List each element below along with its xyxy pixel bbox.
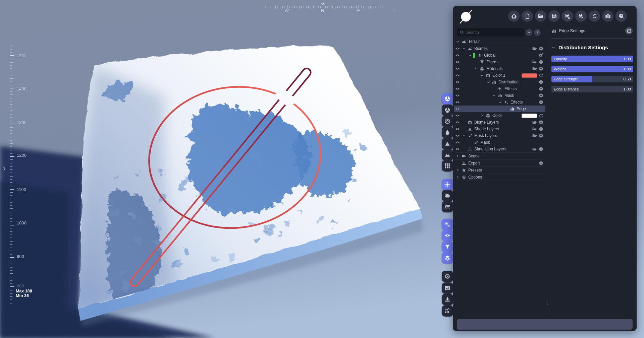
visibility-toggle[interactable] — [454, 133, 461, 138]
plus-button[interactable] — [539, 86, 543, 91]
screenshot-button[interactable] — [602, 10, 613, 22]
gears-button[interactable] — [442, 219, 453, 230]
visibility-toggle[interactable] — [454, 73, 461, 78]
folder-button[interactable] — [532, 46, 537, 51]
expand-panel-handle[interactable] — [2, 166, 7, 173]
plus-button[interactable] — [539, 120, 543, 125]
panel-resize-handle[interactable] — [452, 300, 456, 308]
tree-row-color-1[interactable]: Color 1 — [454, 72, 545, 79]
slider-edge-strength[interactable]: Edge Strength0.50 — [551, 76, 633, 82]
color-swatch[interactable] — [522, 114, 537, 118]
visibility-toggle[interactable] — [454, 147, 461, 151]
water-button[interactable] — [442, 127, 453, 138]
tree-row-filters[interactable]: Filters — [454, 59, 545, 65]
slider-opacity[interactable]: Opacity1.00 — [551, 56, 633, 62]
layers-button[interactable] — [442, 252, 453, 264]
tree-row-options[interactable]: Options — [454, 174, 545, 181]
folder-button[interactable] — [532, 147, 537, 151]
grid-button[interactable] — [442, 160, 453, 172]
visibility-toggle[interactable] — [454, 100, 461, 105]
color-swatch[interactable] — [522, 73, 537, 78]
visibility-toggle[interactable] — [454, 60, 461, 64]
app-logo-icon[interactable] — [458, 9, 474, 25]
biome-solid-button[interactable] — [442, 93, 453, 105]
visibility-toggle[interactable] — [454, 66, 461, 71]
expand-toggle[interactable] — [485, 80, 491, 84]
plus-button[interactable] — [539, 46, 543, 51]
download-button[interactable] — [442, 294, 453, 305]
refresh-button[interactable] — [539, 113, 543, 118]
tree-row-export[interactable]: Export — [454, 160, 545, 166]
distribution-settings-header[interactable]: Distribution Settings — [551, 45, 633, 50]
expand-toggle[interactable] — [479, 114, 485, 118]
visibility-toggle[interactable] — [454, 140, 461, 145]
terrain-features-button[interactable] — [442, 149, 453, 160]
visibility-toggle[interactable] — [454, 53, 461, 58]
visibility-toggle[interactable] — [454, 107, 461, 111]
plus-button[interactable] — [539, 66, 543, 71]
refresh-button[interactable] — [539, 73, 543, 78]
tree-row-effects[interactable]: Effects — [454, 99, 545, 106]
row-lead-slot[interactable] — [454, 40, 461, 44]
row-lead-slot[interactable] — [454, 176, 461, 179]
plus-button[interactable] — [539, 80, 543, 84]
expand-toggle[interactable] — [491, 94, 497, 97]
plus-button[interactable] — [539, 161, 543, 165]
plus-button[interactable] — [539, 100, 543, 105]
settings-info-button[interactable] — [625, 27, 633, 35]
row-lead-slot[interactable] — [454, 154, 461, 158]
tree-row-mask-layers[interactable]: Mask Layers — [454, 132, 545, 139]
folder-button[interactable] — [532, 127, 537, 131]
tree-row-effects[interactable]: Effects — [454, 85, 545, 92]
visibility-toggle[interactable] — [454, 46, 461, 51]
cloud-button[interactable] — [442, 190, 453, 201]
chart-button[interactable] — [442, 305, 453, 317]
next-match-button[interactable] — [534, 29, 541, 36]
folder-button[interactable] — [532, 120, 537, 125]
tree-row-distribution[interactable]: Distribution — [454, 79, 545, 85]
slider-edge-distance[interactable]: Edge Distance1.00 — [551, 86, 633, 92]
save-edit-button[interactable] — [575, 10, 587, 22]
new-file-button[interactable] — [522, 10, 533, 22]
expand-toggle[interactable] — [497, 100, 503, 104]
visibility-toggle[interactable] — [454, 80, 461, 84]
visibility-toggle[interactable] — [454, 93, 461, 98]
record-button[interactable] — [442, 271, 453, 282]
folder-button[interactable] — [532, 60, 537, 64]
plus-button[interactable] — [539, 133, 543, 138]
expand-toggle[interactable] — [473, 67, 479, 71]
save-button[interactable] — [548, 10, 560, 22]
tree-row-color[interactable]: Color — [454, 112, 545, 119]
tree-row-mask[interactable]: Mask — [454, 139, 545, 146]
visibility-toggle[interactable] — [454, 127, 461, 131]
search-box[interactable] — [457, 28, 524, 37]
tree-row-mask[interactable]: Mask — [454, 92, 545, 99]
tree-row-simulation-layers[interactable]: Simulation Layers — [454, 146, 545, 152]
filter-button[interactable] — [442, 241, 453, 253]
sun-button[interactable] — [442, 179, 453, 190]
biome-ring-button[interactable] — [442, 105, 453, 116]
search-input[interactable] — [466, 30, 521, 35]
tree-row-biome-layers[interactable]: Biome Layers — [454, 119, 545, 126]
row-lead-slot[interactable] — [454, 168, 461, 172]
visibility-toggle[interactable] — [454, 120, 461, 125]
home-button[interactable] — [508, 10, 520, 22]
tree-resize-handle[interactable] — [546, 300, 550, 308]
expand-toggle[interactable] — [461, 47, 467, 51]
open-project-button[interactable] — [535, 10, 546, 22]
visibility-toggle[interactable] — [454, 113, 461, 118]
visibility-toggle[interactable] — [454, 86, 461, 91]
collapse-all-button[interactable] — [526, 29, 532, 36]
folder-button[interactable] — [532, 66, 537, 71]
tree-row-scene[interactable]: Scene — [454, 153, 545, 159]
save-as-button[interactable] — [562, 10, 573, 22]
slider-weight[interactable]: Weight1.00 — [551, 66, 633, 72]
expand-toggle[interactable] — [467, 54, 473, 57]
mountain-button[interactable] — [442, 138, 453, 149]
expand-toggle[interactable] — [479, 74, 485, 77]
plus-button[interactable] — [539, 93, 543, 98]
tree-row-edge[interactable]: Edge — [454, 106, 545, 112]
biome-outline-button[interactable] — [442, 116, 453, 127]
help-button[interactable] — [615, 10, 627, 22]
plus-button[interactable] — [539, 60, 543, 64]
